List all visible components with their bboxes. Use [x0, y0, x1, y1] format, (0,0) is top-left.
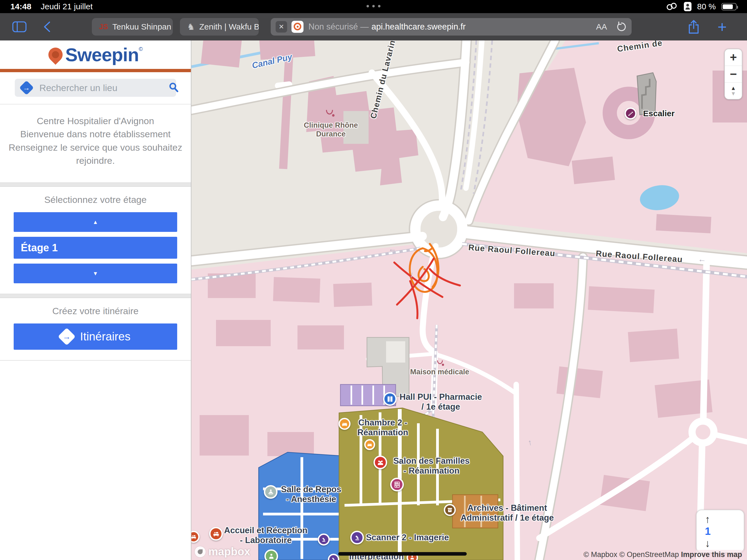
itineraries-button[interactable]: → Itinéraires	[14, 324, 177, 350]
poi-scanner-ouest[interactable]	[318, 533, 330, 545]
floor-widget-up-button[interactable]: ↑	[705, 514, 744, 525]
hotspot-icon	[666, 2, 678, 11]
road-arrow-west-2: ←	[698, 254, 706, 264]
brand-mark: ©	[139, 46, 143, 52]
tab2-favicon: ♞	[187, 22, 195, 32]
status-bar: 14:48 Jeudi 21 juillet 80 %	[0, 0, 747, 13]
welcome-message: Bienvenue dans notre établissement	[8, 127, 183, 141]
close-icon[interactable]: ✕	[276, 21, 287, 32]
clock: 14:48	[10, 2, 31, 11]
tab1-label: Tenkuu Shinpan	[112, 22, 171, 31]
map-floor-widget: ↑ 1 ↓	[696, 510, 744, 553]
poi-scanner-2-imagerie[interactable]	[350, 531, 364, 544]
poi-salle-de-repos-label: Salle de Repos - Anesthésie	[281, 485, 341, 504]
floor-widget-current: 1	[705, 526, 744, 536]
poi-chambre-2-reanimation-label: Chambre 2 - Réanimation	[357, 418, 408, 437]
welcome-card: Centre Hospitalier d'Avignon Bienvenue d…	[0, 104, 191, 183]
poi-escalier-label: Escalier	[643, 109, 674, 118]
brand-name: Sweepin	[66, 44, 139, 65]
search-icon[interactable]	[168, 82, 179, 94]
map-attribution: © Mapbox © OpenStreetMap Improve this ma…	[581, 550, 744, 559]
brand-divider	[0, 69, 191, 72]
tab-tenkuu-shinpan[interactable]: JS Tenkuu Shinpan	[92, 18, 173, 35]
mapbox-logo[interactable]: mapbox	[195, 545, 250, 558]
floor-selector-card: Sélectionnez votre étage ▲ Étage 1 ▼	[0, 187, 191, 294]
attribution-improve-link[interactable]: Improve this map	[681, 551, 742, 559]
poi-accueil-ouest[interactable]	[191, 531, 200, 543]
poi-salle-de-repos[interactable]	[264, 485, 278, 499]
sweepin-pin-icon	[45, 45, 66, 65]
road-arrow-south: ↓	[409, 270, 415, 279]
zoom-in-button[interactable]: +	[725, 49, 742, 66]
poi-archives-label: Archives - Bâtiment Administratif / 1e é…	[460, 503, 554, 523]
new-tab-button[interactable]: +	[718, 19, 727, 35]
tab2-label: Zenith | Wakfu B	[199, 22, 259, 31]
attribution-osm[interactable]: © OpenStreetMap	[619, 551, 679, 559]
itineraries-label: Itinéraires	[80, 330, 130, 343]
directions-diamond-icon: →	[58, 328, 75, 346]
poi-chambre-2-reanimation[interactable]	[338, 418, 351, 430]
back-button-icon[interactable]	[43, 21, 51, 33]
tab-zenith-wakfu[interactable]: ♞ Zenith | Wakfu B	[180, 18, 259, 35]
poi-archives[interactable]	[444, 504, 456, 516]
section-gap	[0, 183, 191, 187]
zoom-out-button[interactable]: −	[725, 66, 742, 82]
floor-down-button[interactable]: ▼	[14, 263, 177, 283]
label-maison-medicale: Maison médicale	[410, 367, 469, 376]
reader-aa-icon[interactable]: AA	[596, 22, 607, 31]
battery-icon	[721, 3, 737, 10]
label-chemin-du-lavarin: Chemin du Lavarin	[368, 41, 397, 120]
label-chemin-de: Chemin de	[617, 41, 663, 54]
security-label: Non sécurisé —	[308, 22, 369, 32]
poi-accueil-reception[interactable]	[209, 527, 223, 541]
address-bar[interactable]: ✕ Non sécurisé — api.healthcare.sweepin.…	[271, 18, 632, 35]
establishment-name: Centre Hospitalier d'Avignon	[8, 114, 183, 127]
sidebar-toggle-icon[interactable]	[12, 21, 27, 33]
home-indicator[interactable]	[338, 552, 467, 556]
poi-escalier[interactable]	[624, 107, 637, 120]
attribution-mapbox[interactable]: © Mapbox	[584, 551, 617, 559]
route-heading: Créez votre itinéraire	[14, 306, 177, 316]
floor-current[interactable]: Étage 1	[14, 237, 177, 259]
url-text: api.healthcare.sweepin.fr	[371, 22, 466, 32]
reload-icon[interactable]	[616, 22, 627, 32]
route-card: Créez votre itinéraire → Itinéraires	[0, 298, 191, 361]
share-icon[interactable]	[687, 20, 700, 34]
welcome-instruction: Renseignez le service que vous souhaitez…	[8, 141, 183, 167]
safari-toolbar: JS Tenkuu Shinpan ♞ Zenith | Wakfu B ✕ N…	[0, 13, 747, 41]
ipad-screen: 14:48 Jeudi 21 juillet 80 % JS Tenkuu Sh…	[0, 0, 747, 560]
sweepin-favicon	[291, 21, 304, 33]
road-arrow-west-1: ←	[388, 244, 396, 253]
poi-accueil-reception-label: Accueil et Réception - Laboratoire	[224, 526, 308, 545]
label-canal-puy: Canal Puy	[251, 52, 293, 71]
poi-hall-pui-pharmacie-label: Hall PUI - Pharmacie / 1e étage	[400, 392, 482, 412]
label-rue-raoul-follereau-2: Rue Raoul Follereau	[595, 249, 683, 264]
floor-heading: Sélectionnez votre étage	[14, 195, 177, 205]
poi-hall-pui-pharmacie[interactable]	[383, 392, 397, 406]
poi-interpretation-personne[interactable]	[264, 549, 278, 560]
poi-lit-reanimation[interactable]	[364, 439, 375, 450]
mapbox-logo-icon	[195, 546, 206, 557]
poi-reserve[interactable]	[390, 478, 404, 491]
floor-widget-down-button[interactable]: ↓	[705, 538, 744, 549]
poi-salon-des-familles[interactable]	[374, 456, 387, 469]
poi-scanner-2-imagerie-label: Scanner 2 - Imagerie	[366, 533, 449, 542]
sweepin-sidebar: Sweepin© → Centre Hospitalier d'Avignon …	[0, 41, 191, 560]
search-section: →	[0, 72, 191, 104]
map-canvas[interactable]: Canal PuyChemin du LavarinChemin deRue R…	[191, 41, 747, 560]
search-input[interactable]	[39, 82, 161, 94]
poi-imagerie-sud[interactable]	[328, 554, 339, 560]
poi-salon-des-familles-label: Salon des Familles - Réanimation	[393, 456, 469, 476]
date: Jeudi 21 juillet	[41, 2, 93, 11]
section-gap	[0, 294, 191, 298]
mapbox-logo-text: mapbox	[208, 545, 250, 558]
map-overlay: Canal PuyChemin du LavarinChemin deRue R…	[191, 41, 747, 560]
multitasking-dots-icon[interactable]	[367, 5, 381, 7]
pitch-toggle-button[interactable]: ▲ ▼	[725, 82, 742, 99]
sweepin-logo: Sweepin©	[0, 41, 191, 69]
battery-percent: 80 %	[697, 2, 716, 11]
floor-up-button[interactable]: ▲	[14, 212, 177, 232]
search-box[interactable]: →	[15, 79, 176, 97]
directions-diamond-icon: →	[19, 80, 34, 95]
orientation-lock-icon	[684, 2, 692, 11]
